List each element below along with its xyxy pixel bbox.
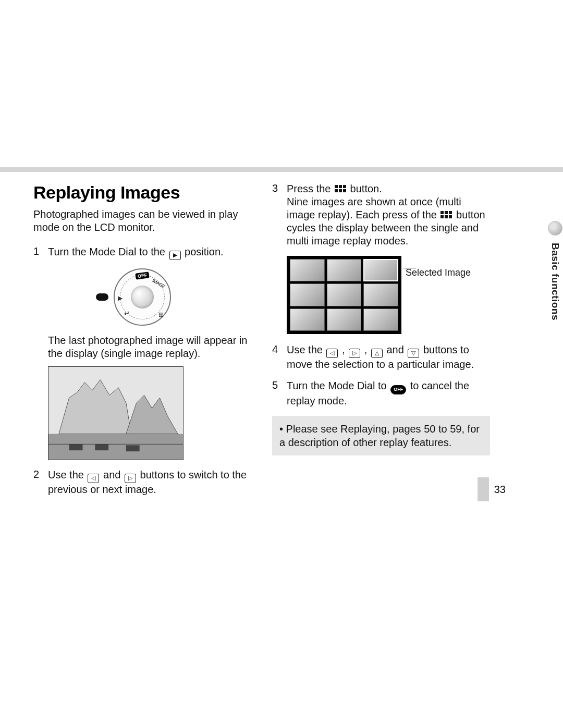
multi-grid-icon	[335, 185, 346, 193]
text-fragment: button.	[350, 183, 382, 194]
thumbnail	[290, 309, 325, 331]
text-fragment: Turn the Mode Dial to	[287, 380, 389, 391]
note-text: • Please see Replaying, pages 50 to 59, …	[279, 423, 480, 448]
text-fragment: ,	[342, 344, 348, 355]
left-arrow-icon	[326, 349, 338, 358]
thumbnail	[327, 283, 362, 306]
callout-leader-line	[403, 256, 416, 268]
multi-replay-figure: Selected Image	[287, 256, 490, 334]
multi-grid-icon	[440, 211, 452, 219]
step-body: Turn the Mode Dial to the position.	[48, 245, 251, 260]
text-fragment: and	[103, 469, 124, 480]
right-column: 3 Press the button. Nine images are show…	[272, 182, 490, 504]
svg-rect-4	[69, 444, 83, 450]
text-fragment: Use the	[287, 344, 325, 355]
text-fragment: position.	[185, 246, 224, 257]
note-box: • Please see Replaying, pages 50 to 59, …	[272, 416, 490, 455]
thumbnail	[290, 259, 325, 281]
text-fragment: and	[386, 344, 407, 355]
step-3: 3 Press the button. Nine images are show…	[272, 182, 490, 248]
text-fragment: Turn the Mode Dial to the	[48, 246, 168, 257]
mode-dial-figure: OFF ▶ IMAGE ⊞ ↵	[33, 268, 251, 326]
dial-play-label: ▶	[118, 294, 123, 302]
step-body: Use the and buttons to switch to the pre…	[48, 468, 251, 496]
step-2: 2 Use the and buttons to switch to the p…	[33, 468, 251, 496]
step-body: Use the , , and buttons to move the sele…	[287, 343, 490, 371]
svg-rect-6	[126, 445, 140, 451]
thumbnail	[327, 259, 362, 281]
thumbnail-selected	[363, 259, 398, 281]
dial-lever-icon	[96, 293, 108, 301]
text-fragment: Press the	[287, 183, 334, 194]
step-1-subtext: The last photographed image will appear …	[48, 334, 251, 360]
single-replay-photo	[48, 366, 183, 460]
step-5: 5 Turn the Mode Dial to OFF to cancel th…	[272, 379, 490, 408]
left-arrow-icon	[88, 474, 99, 483]
dial-arrow-label: ↵	[124, 310, 130, 317]
thumbnail	[290, 283, 325, 306]
text-fragment: Nine images are shown at once (multi ima…	[287, 196, 461, 220]
step-1: 1 Turn the Mode Dial to the position.	[33, 245, 251, 260]
section-divider	[0, 167, 563, 172]
play-icon	[169, 251, 181, 260]
step-number: 3	[272, 182, 279, 248]
thumbnail	[363, 309, 398, 331]
side-tab: Basic functions	[547, 221, 563, 336]
svg-rect-1	[48, 434, 183, 459]
up-arrow-icon	[371, 349, 383, 358]
step-number: 4	[272, 343, 279, 371]
right-arrow-icon	[125, 474, 136, 483]
step-body: Turn the Mode Dial to OFF to cancel the …	[287, 379, 490, 408]
dial-off-label: OFF	[135, 272, 149, 280]
step-body: Press the button. Nine images are shown …	[287, 182, 490, 248]
thumbnail	[327, 309, 362, 331]
step-number: 1	[33, 245, 41, 260]
page-title: Replaying Images	[33, 182, 251, 203]
right-arrow-icon	[349, 349, 360, 358]
section-label: Basic functions	[549, 243, 561, 320]
multi-replay-grid	[287, 256, 401, 334]
svg-rect-5	[95, 444, 108, 450]
page-number-bar	[478, 477, 489, 501]
mode-dial-icon: OFF ▶ IMAGE ⊞ ↵	[114, 268, 171, 326]
thumbnail	[363, 283, 398, 306]
dial-center-icon	[131, 286, 154, 309]
page-number-block: 33	[478, 477, 506, 501]
down-arrow-icon	[408, 349, 419, 358]
callout: Selected Image	[406, 256, 471, 334]
callout-text: Selected Image	[406, 267, 471, 279]
tab-dot-icon	[548, 221, 562, 236]
text-fragment: Use the	[48, 469, 87, 480]
dial-stitch-label: ⊞	[158, 311, 164, 318]
page-content: Replaying Images Photographed images can…	[33, 182, 490, 504]
text-fragment: ,	[364, 344, 370, 355]
left-column: Replaying Images Photographed images can…	[33, 182, 251, 504]
off-icon: OFF	[390, 385, 406, 394]
page-number: 33	[494, 484, 506, 496]
step-number: 5	[272, 379, 279, 408]
intro-text: Photographed images can be viewed in pla…	[33, 208, 251, 234]
step-number: 2	[33, 468, 41, 496]
dial-image-label: IMAGE	[152, 278, 166, 289]
step-4: 4 Use the , , and buttons to move the se…	[272, 343, 490, 371]
